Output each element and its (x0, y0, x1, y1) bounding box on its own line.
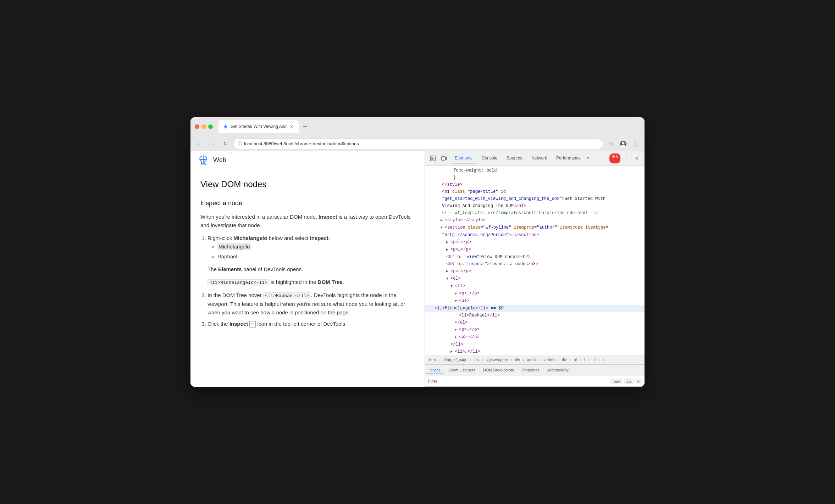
device-toggle-icon[interactable] (439, 153, 449, 163)
dom-line-li1[interactable]: ▼<li> (425, 282, 645, 290)
dom-line-section[interactable]: ▼<section class="wf-byline" itemprop="au… (425, 224, 645, 231)
styles-tab[interactable]: Styles (426, 366, 444, 374)
tab-favicon (223, 124, 228, 129)
dom-line-li-p[interactable]: ▶<p>…</p> (425, 290, 645, 297)
svg-rect-6 (442, 157, 445, 160)
dom-line-ol[interactable]: ▼<ol> (425, 275, 645, 282)
accessibility-tab[interactable]: Accessibility (544, 366, 572, 374)
url-text: localhost:8080/web/tools/chrome-devtools… (244, 141, 359, 146)
dom-line-p1[interactable]: ▶<p>…</p> (425, 239, 645, 246)
bc-article2[interactable]: article (543, 357, 556, 363)
bc-li1[interactable]: li (582, 357, 587, 363)
bc-div3[interactable]: div (560, 357, 568, 363)
step-3: Click the Inspect ⬚ icon in the top-left… (208, 320, 415, 328)
svg-rect-7 (446, 157, 447, 160)
bookmark-icon[interactable]: ☆ (606, 139, 616, 149)
bc-article1[interactable]: article (526, 357, 539, 363)
bc-html[interactable]: html (428, 357, 438, 363)
devtools-toolbar: Elements Console Sources Network Perform… (425, 151, 645, 166)
dom-line-p4[interactable]: ▶<p>…</p> (425, 326, 645, 334)
minimize-button[interactable] (201, 124, 206, 129)
sub-heading: Inspect a node (200, 198, 415, 208)
maximize-button[interactable] (208, 124, 213, 129)
page-content: Web View DOM nodes Inspect a node When y… (190, 151, 425, 387)
close-devtools-icon[interactable]: ✕ (632, 153, 642, 163)
dom-tree[interactable]: font-weight: bold; } </style> <h1 class=… (425, 166, 645, 355)
elements-bold: Elements (218, 266, 242, 272)
step2-text: In the DOM Tree hover <li>Raphael</li>. … (208, 292, 405, 315)
dom-line-h1-id: "get_started_with_viewing_and_changing_t… (425, 195, 645, 202)
name-raphael: Raphael (217, 252, 415, 261)
dom-line-h3: <h3 id="inspect">Inspect a node</h3> (425, 261, 645, 268)
tab-sources[interactable]: Sources (502, 153, 526, 163)
tab-console[interactable]: Console (477, 153, 502, 163)
dom-line-section-url: "http://schema.org/Person">…</section> (425, 231, 645, 239)
dom-line-h1: <h1 class="page-title" id= (425, 188, 645, 195)
steps-list: Right-click Michelangelo below and selec… (208, 234, 415, 328)
more-tabs-button[interactable]: » (586, 156, 591, 161)
step1-text: Right-click Michelangelo below and selec… (208, 235, 330, 241)
elements-note: The Elements panel of DevTools opens. (208, 265, 415, 274)
devtools-tabs: Elements Console Sources Network Perform… (450, 153, 608, 163)
tab-performance[interactable]: Performance (552, 153, 585, 163)
li-code: <li>Michelangelo</li> (208, 279, 269, 286)
dom-line-li-raphael[interactable]: <li>Raphael</li> (425, 312, 645, 319)
dom-line-h2: <h2 id="view">View DOM nodes</h2> (425, 253, 645, 261)
hov-filter[interactable]: :hov (610, 379, 622, 384)
breadcrumb-bar: html › #top_of_page › div › #gc-wrapper … (425, 355, 645, 365)
filter-actions: :hov .cls + (610, 379, 642, 384)
tab-elements[interactable]: Elements (450, 153, 477, 163)
names-list: Michelangelo Raphael (217, 242, 415, 261)
dom-line-ul[interactable]: ▼<ul> (425, 297, 645, 305)
devtools-actions: ⊗ 6 ⋮ ✕ (609, 153, 642, 163)
event-listeners-tab[interactable]: Event Listeners (445, 366, 479, 374)
close-button[interactable] (195, 124, 199, 129)
dom-line-li2[interactable]: ▶<li>…</li> (425, 348, 645, 355)
bc-ul[interactable]: ul (591, 357, 597, 363)
intro-text: When you're interested in a particular D… (200, 214, 319, 220)
intro-para: When you're interested in a particular D… (200, 213, 415, 230)
cls-filter[interactable]: .cls (624, 379, 634, 384)
bc-div2[interactable]: div (514, 357, 521, 363)
bc-top-of-page[interactable]: #top_of_page (442, 357, 469, 363)
raphael-code: <li>Raphael</li> (263, 292, 311, 299)
new-tab-button[interactable]: + (300, 122, 310, 131)
inspect-bold2: Inspect (230, 321, 248, 327)
dom-line-css1: font-weight: bold; (425, 167, 645, 174)
site-logo (198, 155, 209, 166)
forward-button[interactable]: → (208, 139, 217, 149)
tab-close-button[interactable]: ✕ (289, 124, 294, 129)
devtools-menu-icon[interactable]: ⋮ (621, 153, 631, 163)
code-note: <li>Michelangelo</li> is highlighted in … (208, 278, 415, 287)
dom-line-style-collapsed[interactable]: ▶<style>…</style> (425, 217, 645, 224)
title-bar: Get Started With Viewing And ✕ + (190, 117, 645, 136)
main-content: Web View DOM nodes Inspect a node When y… (190, 151, 645, 387)
back-button[interactable]: ← (195, 139, 205, 149)
inspect-element-icon[interactable] (428, 153, 438, 163)
dom-breakpoints-tab[interactable]: DOM Breakpoints (480, 366, 518, 374)
styles-filter-bar: :hov .cls + (425, 376, 645, 387)
add-style-rule[interactable]: + (635, 379, 642, 384)
styles-filter-input[interactable] (428, 379, 608, 384)
dom-tree-bold: DOM Tree (318, 279, 343, 285)
bc-li2[interactable]: li (601, 357, 606, 363)
bc-div1[interactable]: div (473, 357, 481, 363)
traffic-lights (195, 124, 213, 129)
dom-line-p3[interactable]: ▶<p>…</p> (425, 268, 645, 275)
bc-gc-wrapper[interactable]: #gc-wrapper (485, 357, 509, 363)
properties-tab[interactable]: Properties (518, 366, 543, 374)
inspect-label: Inspect (310, 235, 328, 241)
account-icon[interactable] (618, 139, 628, 149)
step-1: Right-click Michelangelo below and selec… (208, 234, 415, 287)
dom-line-p5[interactable]: ▶<p>…</p> (425, 334, 645, 341)
michelangelo-highlight: Michelangelo (217, 243, 251, 250)
menu-icon[interactable]: ⋮ (630, 139, 640, 149)
tab-network[interactable]: Network (527, 153, 551, 163)
dom-line-li-michelangelo[interactable]: … <li>Michelangelo</li> == $0 (425, 305, 645, 312)
michelangelo-name: Michelangelo (233, 235, 267, 241)
bc-ol[interactable]: ol (572, 357, 578, 363)
dom-line-p2[interactable]: ▶<p>…</p> (425, 246, 645, 253)
reload-button[interactable]: ↻ (220, 139, 230, 149)
active-tab[interactable]: Get Started With Viewing And ✕ (219, 120, 299, 133)
url-bar[interactable]: ⓘ localhost:8080/web/tools/chrome-devtoo… (233, 139, 603, 149)
